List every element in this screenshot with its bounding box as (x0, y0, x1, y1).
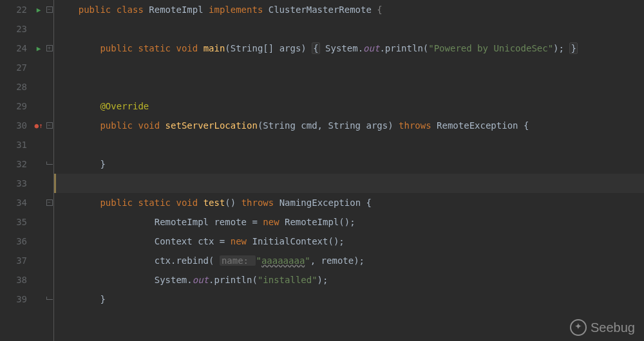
code-editor[interactable]: 22232427282930313233343536373839 ▶▶●↑ −+… (0, 0, 644, 341)
run-icon[interactable]: ▶ (37, 44, 41, 53)
gutter-icon-cell (32, 58, 45, 77)
fold-cell (45, 58, 53, 77)
fold-cell (45, 232, 53, 251)
fold-collapse-icon[interactable]: − (46, 6, 53, 13)
line-number: 27 (0, 58, 27, 77)
fold-collapse-icon[interactable]: − (46, 199, 53, 206)
cursor-line-marker (54, 174, 56, 193)
gutter-icon-cell (32, 19, 45, 39)
fold-end-icon (46, 161, 53, 165)
line-number: 35 (0, 212, 27, 232)
line-number: 29 (0, 97, 27, 116)
line-number: 30 (0, 116, 27, 135)
fold-cell (45, 19, 53, 39)
fold-cell (45, 251, 53, 270)
gutter-icon-cell (32, 174, 45, 193)
line-number: 33 (0, 174, 27, 193)
gutter-icon-cell (32, 270, 45, 290)
gutter-icon-cell (32, 135, 45, 154)
code-line[interactable]: } (54, 290, 644, 309)
fold-cell (45, 174, 53, 193)
gutter-icon-cell (32, 154, 45, 174)
fold-cell (45, 290, 53, 309)
code-line[interactable]: public static void test() throws NamingE… (54, 193, 644, 212)
fold-cell (45, 270, 53, 290)
fold-cell (45, 135, 53, 154)
gutter-icon-cell (32, 77, 45, 97)
gutter-icon-cell: ▶ (32, 0, 45, 19)
fold-cell (45, 154, 53, 174)
error-icon[interactable]: ● (34, 122, 39, 130)
code-line[interactable]: RemoteImpl remote = new RemoteImpl(); (54, 212, 644, 232)
override-up-arrow-icon[interactable]: ↑ (39, 122, 43, 130)
gutter-icon-cell: ▶ (32, 39, 45, 58)
code-line[interactable]: public static void main(String[] args) {… (54, 39, 644, 58)
code-area[interactable]: public class RemoteImpl implements Clust… (54, 0, 644, 341)
code-line[interactable]: public void setServerLocation(String cmd… (54, 116, 644, 135)
fold-column[interactable]: −+−− (45, 0, 54, 341)
gutter-icon-cell (32, 212, 45, 232)
line-number: 39 (0, 290, 27, 309)
code-line[interactable]: Context ctx = new InitialContext(); (54, 232, 644, 251)
gutter-icon-column: ▶▶●↑ (32, 0, 45, 341)
fold-cell: − (45, 0, 53, 19)
fold-cell: + (45, 39, 53, 58)
fold-cell: − (45, 116, 53, 135)
line-number: 32 (0, 154, 27, 174)
code-line[interactable] (54, 58, 644, 77)
watermark-logo-icon (570, 319, 587, 336)
gutter-icon-cell (32, 290, 45, 309)
gutter-icon-cell (32, 193, 45, 212)
line-number: 31 (0, 135, 27, 154)
line-number: 38 (0, 270, 27, 290)
gutter-icon-cell: ●↑ (32, 116, 45, 135)
line-number: 36 (0, 232, 27, 251)
fold-cell (45, 212, 53, 232)
gutter-icon-cell (32, 97, 45, 116)
watermark-text: Seebug (591, 320, 635, 335)
line-number: 24 (0, 39, 27, 58)
fold-cell (45, 97, 53, 116)
code-line[interactable]: System.out.println("installed"); (54, 270, 644, 290)
fold-collapse-icon[interactable]: − (46, 122, 53, 129)
code-line[interactable]: } (54, 154, 644, 174)
fold-expand-icon[interactable]: + (46, 45, 53, 51)
code-line[interactable] (54, 19, 644, 39)
line-number-gutter: 22232427282930313233343536373839 (0, 0, 32, 341)
code-line[interactable] (54, 77, 644, 97)
fold-end-icon (46, 297, 53, 300)
code-line[interactable] (54, 135, 644, 154)
line-number: 34 (0, 193, 27, 212)
code-line[interactable] (54, 174, 644, 193)
line-number: 28 (0, 77, 27, 97)
fold-cell (45, 77, 53, 97)
code-line[interactable]: @Override (54, 97, 644, 116)
watermark: Seebug (570, 319, 635, 336)
code-line[interactable]: public class RemoteImpl implements Clust… (54, 0, 644, 19)
gutter-icon-cell (32, 251, 45, 270)
line-number: 22 (0, 0, 27, 19)
line-number: 37 (0, 251, 27, 270)
run-icon[interactable]: ▶ (37, 6, 41, 14)
fold-cell: − (45, 193, 53, 212)
gutter-icon-cell (32, 232, 45, 251)
line-number: 23 (0, 19, 27, 39)
code-line[interactable]: ctx.rebind( name: "aaaaaaaa", remote); (54, 251, 644, 270)
